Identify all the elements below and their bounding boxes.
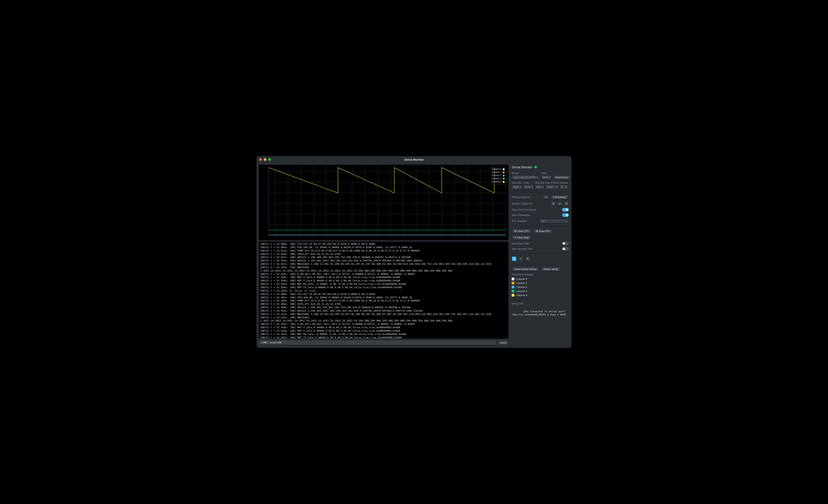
num-plots-label: Number of plots [#]:	[512, 202, 532, 205]
clear-data-button[interactable]: ✕ Clear Data	[512, 235, 532, 240]
dataset-row[interactable]: Column 1	[512, 282, 569, 284]
command-input[interactable]	[259, 340, 496, 345]
moon-icon: ☾	[520, 257, 522, 260]
zoom-window-button[interactable]	[268, 158, 271, 161]
save-icon: 🖫	[536, 230, 538, 233]
plotting-range-field[interactable]: ∞	[543, 195, 549, 199]
legend-label: Column 4	[492, 180, 501, 183]
flow-control-select[interactable]: None	[545, 185, 559, 189]
window-title: Serial Monitor	[404, 158, 424, 161]
theme-light-button[interactable]: ☀	[525, 256, 530, 261]
legend-swatch-icon	[503, 181, 505, 183]
svg-text:51.20 s: 51.20 s	[335, 236, 344, 239]
svg-text:52.20 s: 52.20 s	[463, 236, 472, 239]
legend-swatch-icon	[503, 168, 505, 170]
dataset-color-icon	[512, 294, 514, 297]
disconnect-button[interactable]: Disconnect	[553, 175, 570, 179]
parity-label: Parity	[523, 181, 534, 184]
dataset-row[interactable]: Column 0	[512, 278, 569, 280]
sidebar-title: Serial Monitor	[512, 165, 569, 169]
legend-swatch-icon	[503, 175, 505, 177]
svg-text:51.90 s: 51.90 s	[424, 236, 433, 239]
dataset-row[interactable]: Column 4	[512, 294, 569, 297]
save-csv-button[interactable]: 🖫 Save CSV	[512, 229, 532, 233]
save-abs-time-label: Save Absolute Time	[512, 248, 533, 250]
dataset-label: Column 4	[516, 294, 527, 297]
dataset-row[interactable]: Column 3	[512, 290, 569, 293]
svg-text:52.50 s: 52.50 s	[501, 236, 508, 239]
timeout-select[interactable]: 0	[560, 185, 568, 189]
eol-char-label: EOL character	[512, 220, 527, 222]
show-timestamp-label: Show Timestamp	[512, 214, 530, 216]
svg-rect-0	[268, 167, 506, 235]
content: 010203040506050.70 s50.80 s50.90 s51.00 …	[256, 163, 572, 348]
dataset-color-icon	[512, 286, 514, 288]
debug-info-label: Debug Info:	[512, 302, 569, 305]
legend-entry: Column 2	[492, 174, 505, 177]
save-icon: 🖫	[514, 230, 516, 233]
theme-dark-button[interactable]: ☾	[519, 256, 523, 261]
num-plots-field[interactable]: 1	[557, 202, 563, 206]
sun-icon: ☀	[527, 257, 529, 260]
legend-label: Column 1	[492, 171, 501, 174]
legend-entry: Column 1	[492, 171, 505, 174]
dataset-label: Column 3	[516, 290, 527, 293]
svg-text:40: 40	[264, 191, 267, 195]
clear-history-button[interactable]: Clear Device History	[512, 267, 539, 271]
device-select-value: usbmodemELU8241	[513, 176, 536, 179]
eol-char-field[interactable]	[540, 219, 569, 223]
svg-text:52.10 s: 52.10 s	[450, 236, 459, 239]
send-button[interactable]: Send	[498, 340, 508, 345]
save-abs-time-toggle[interactable]	[562, 247, 569, 251]
legend-entry: Column 3	[492, 177, 505, 180]
num-plots-decrement[interactable]: ⟲	[551, 201, 556, 206]
device-select[interactable]: usbmodemELU8241	[512, 175, 539, 179]
baud-select[interactable]: 9600	[541, 175, 551, 179]
plot-area[interactable]: 010203040506050.70 s50.80 s50.90 s51.00 …	[259, 165, 508, 240]
minimize-window-button[interactable]	[264, 158, 266, 161]
titlebar: Serial Monitor	[256, 156, 572, 163]
svg-text:50.70 s: 50.70 s	[271, 236, 280, 239]
svg-text:52.40 s: 52.40 s	[489, 236, 497, 239]
data-bits-select[interactable]: Eight	[512, 185, 522, 189]
detected-datasets-label: Detected 5 Datasets:	[512, 273, 569, 276]
show-sent-cmd-label: Show Sent Commands	[512, 208, 536, 211]
baud-select-value: 9600	[542, 176, 548, 179]
app-window: Serial Monitor 010203040506050.70 s50.80…	[256, 156, 572, 348]
parity-select[interactable]: None	[523, 185, 534, 189]
svg-text:60: 60	[264, 170, 267, 173]
save-plot-button[interactable]: 🖫 Save Plot	[533, 229, 552, 233]
serial-console[interactable]: [RECV] t + 52.006s: [HK] SYS,Off,24.60,4…	[259, 242, 508, 339]
svg-text:50.80 s: 50.80 s	[284, 236, 292, 239]
close-icon: ✕	[514, 236, 516, 239]
reset-labels-button[interactable]: Reset Labels	[541, 267, 560, 271]
device-label: Device	[512, 172, 539, 174]
flow-control-label: Flow Control	[545, 181, 559, 184]
svg-text:52.30 s: 52.30 s	[475, 236, 485, 239]
svg-text:20: 20	[264, 212, 267, 216]
main-column: 010203040506050.70 s50.80 s50.90 s51.00 …	[256, 163, 510, 348]
show-timestamp-toggle[interactable]	[562, 213, 569, 217]
svg-text:51.30 s: 51.30 s	[347, 236, 357, 239]
separator	[512, 253, 569, 254]
svg-text:51.10 s: 51.10 s	[322, 236, 331, 239]
full-dataset-button[interactable]: Full Dataset	[550, 195, 569, 199]
dataset-list: Column 0Column 1Column 2Column 3Column 4	[512, 278, 569, 297]
show-sent-cmd-toggle[interactable]	[562, 208, 569, 211]
dataset-label: Column 0	[516, 278, 527, 280]
separator	[512, 192, 569, 192]
timeout-label: Timeout	[560, 181, 568, 184]
num-plots-increment[interactable]: ⟳	[564, 201, 569, 206]
stop-bits-select[interactable]: One	[535, 185, 544, 189]
svg-text:51.70 s: 51.70 s	[399, 236, 408, 239]
stop-bits-label: Stop Bits	[535, 181, 544, 184]
svg-text:10: 10	[264, 223, 267, 226]
save-raw-toggle[interactable]	[562, 242, 569, 245]
close-window-button[interactable]	[259, 158, 262, 161]
settings-button[interactable]: ⚙	[512, 256, 516, 261]
svg-text:52.00 s: 52.00 s	[437, 236, 446, 239]
svg-text:51.80 s: 51.80 s	[412, 236, 420, 239]
dataset-color-icon	[512, 290, 514, 293]
dataset-row[interactable]: Column 2	[512, 286, 569, 288]
legend-label: Column 3	[492, 177, 501, 180]
